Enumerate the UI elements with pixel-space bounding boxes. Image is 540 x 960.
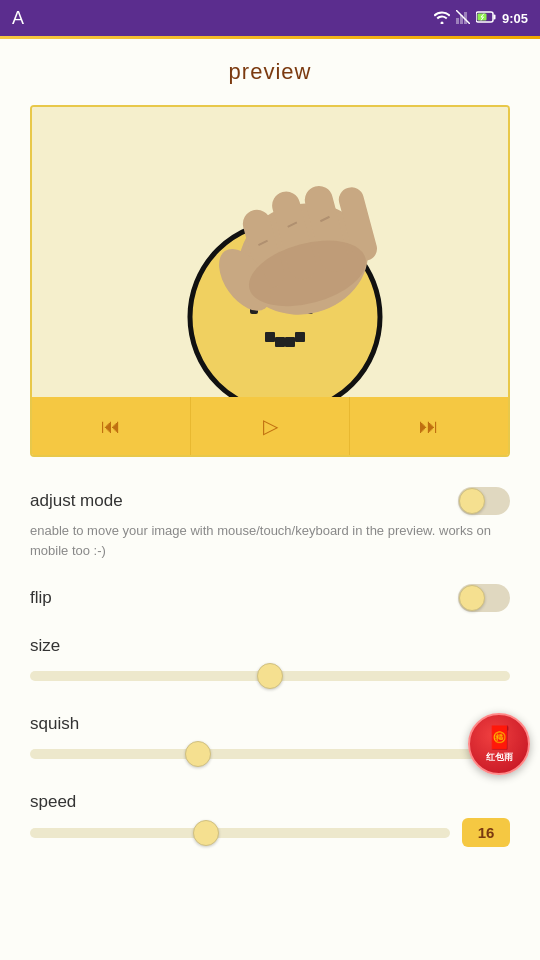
flip-row: flip: [30, 584, 510, 612]
signal-icon: [456, 10, 470, 27]
adjust-mode-track: [458, 487, 510, 515]
flip-thumb: [459, 585, 485, 611]
preview-svg: [130, 107, 410, 397]
app-icon: A: [12, 8, 24, 29]
svg-rect-13: [285, 337, 295, 347]
wifi-icon: [434, 10, 450, 27]
squish-label: squish: [30, 714, 79, 734]
preview-controls: ⏮ ▷ ⏭: [32, 397, 508, 455]
status-bar: A 9:05: [0, 0, 540, 36]
page-title: preview: [30, 59, 510, 85]
svg-rect-11: [265, 332, 275, 342]
next-button[interactable]: ⏭: [350, 397, 508, 455]
main-content: preview: [0, 39, 540, 960]
squish-track: [30, 749, 510, 759]
squish-header: squish: [30, 714, 510, 734]
status-bar-left: A: [12, 8, 24, 29]
prev-icon: ⏮: [101, 415, 121, 438]
adjust-mode-header: adjust mode: [30, 487, 510, 515]
speed-header: speed: [30, 792, 510, 812]
svg-rect-14: [295, 332, 305, 342]
svg-rect-5: [493, 14, 495, 19]
squish-row: squish: [30, 714, 510, 768]
svg-rect-0: [456, 18, 459, 24]
flip-label: flip: [30, 588, 52, 608]
adjust-mode-label: adjust mode: [30, 491, 123, 511]
prev-button[interactable]: ⏮: [32, 397, 191, 455]
speed-row: speed 16: [30, 792, 510, 847]
status-bar-right: 9:05: [434, 10, 528, 27]
size-thumb: [257, 663, 283, 689]
adjust-mode-row: adjust mode enable to move your image wi…: [30, 487, 510, 560]
speed-slider[interactable]: [30, 819, 450, 847]
flip-toggle[interactable]: [458, 584, 510, 612]
preview-card: ⏮ ▷ ⏭: [30, 105, 510, 457]
svg-rect-12: [275, 337, 285, 347]
promo-icon: 🧧: [486, 725, 513, 751]
size-header: size: [30, 636, 510, 656]
size-label: size: [30, 636, 60, 656]
preview-image-area: [32, 107, 508, 397]
adjust-mode-toggle[interactable]: [458, 487, 510, 515]
size-track: [30, 671, 510, 681]
settings-section: adjust mode enable to move your image wi…: [30, 487, 510, 847]
play-button[interactable]: ▷: [191, 397, 350, 455]
speed-value: 16: [462, 818, 510, 847]
play-icon: ▷: [263, 414, 278, 438]
squish-thumb: [185, 741, 211, 767]
adjust-mode-thumb: [459, 488, 485, 514]
flip-track: [458, 584, 510, 612]
flip-header: flip: [30, 584, 510, 612]
adjust-mode-description: enable to move your image with mouse/tou…: [30, 521, 510, 560]
size-slider[interactable]: [30, 662, 510, 690]
promo-badge[interactable]: 🧧 红包雨: [468, 713, 530, 775]
squish-slider[interactable]: [30, 740, 510, 768]
speed-thumb: [193, 820, 219, 846]
time-display: 9:05: [502, 11, 528, 26]
promo-text: 红包雨: [486, 752, 513, 763]
speed-controls: 16: [30, 818, 510, 847]
next-icon: ⏭: [419, 415, 439, 438]
speed-label: speed: [30, 792, 76, 812]
battery-icon: [476, 11, 496, 26]
speed-track: [30, 828, 450, 838]
size-row: size: [30, 636, 510, 690]
